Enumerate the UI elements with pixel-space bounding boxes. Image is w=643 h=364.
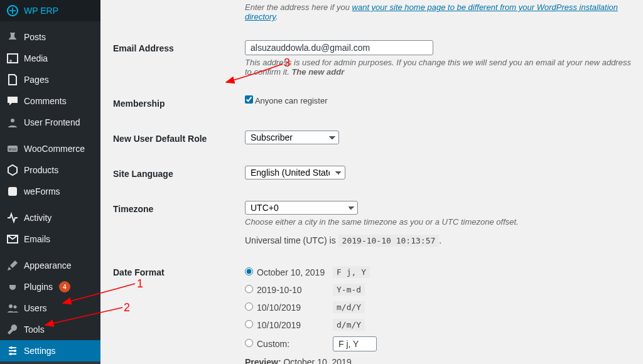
timezone-label: Timezone xyxy=(113,191,239,255)
date-format-code: F j, Y xyxy=(333,266,370,278)
weforms-icon xyxy=(6,185,19,198)
user-icon xyxy=(6,116,19,129)
sidebar-item-label: Pages xyxy=(24,75,49,85)
users-icon xyxy=(6,302,19,314)
timezone-description: Choose either a city in the same timezon… xyxy=(245,217,637,227)
sidebar-item-label: Comments xyxy=(24,96,67,106)
sidebar-item-wp-erp[interactable]: WP ERP xyxy=(0,0,100,21)
svg-point-10 xyxy=(9,353,12,355)
site-language-label: Site Language xyxy=(113,156,239,191)
annotation-2: 2 xyxy=(124,301,130,314)
email-icon xyxy=(6,233,19,245)
default-role-select[interactable]: Subscriber xyxy=(245,131,339,144)
sidebar-item-pages[interactable]: Pages xyxy=(0,69,100,90)
sidebar-item-appearance[interactable]: Appearance xyxy=(0,255,100,276)
site-language-select[interactable]: English (United States) xyxy=(245,166,345,179)
svg-point-7 xyxy=(14,306,17,309)
settings-icon xyxy=(6,345,19,357)
sidebar-item-users[interactable]: Users xyxy=(0,297,100,319)
annotation-1: 1 xyxy=(137,277,143,291)
sidebar-item-label: weForms xyxy=(24,186,60,196)
sidebar-sub-general[interactable]: General xyxy=(0,361,100,364)
date-format-custom-option[interactable]: Custom: xyxy=(245,339,327,349)
date-format-option[interactable]: 10/10/2019 xyxy=(245,320,327,330)
sidebar-item-woocommerce[interactable]: wooWooCommerce xyxy=(0,138,100,159)
date-format-radio[interactable] xyxy=(245,267,253,276)
sidebar-item-label: Products xyxy=(24,165,58,175)
sidebar-item-label: Activity xyxy=(24,213,51,223)
date-format-option[interactable]: October 10, 2019 xyxy=(245,267,327,277)
sidebar-item-weforms[interactable]: weForms xyxy=(0,181,100,202)
site-address-description: Enter the address here if you want your … xyxy=(245,3,637,21)
svg-text:woo: woo xyxy=(8,147,17,151)
sidebar-item-comments[interactable]: Comments xyxy=(0,90,100,112)
pin-icon xyxy=(6,31,19,43)
annotation-3: 3 xyxy=(284,56,290,70)
sidebar-item-products[interactable]: Products xyxy=(0,159,100,181)
date-format-custom-radio[interactable] xyxy=(245,339,253,347)
date-format-option[interactable]: 10/10/2019 xyxy=(245,302,327,313)
admin-sidebar: WP ERPPostsMediaPagesCommentsUser Fronte… xyxy=(0,0,100,364)
sidebar-item-label: Posts xyxy=(24,32,46,42)
utc-time-line: Universal time (UTC) is 2019-10-10 10:13… xyxy=(245,235,637,245)
sidebar-item-label: Users xyxy=(24,303,47,313)
svg-rect-5 xyxy=(8,187,17,196)
sidebar-item-tools[interactable]: Tools xyxy=(0,319,100,340)
sidebar-item-label: Plugins xyxy=(24,282,53,292)
woo-icon: woo xyxy=(6,142,19,155)
sidebar-item-label: WP ERP xyxy=(24,6,58,16)
sidebar-item-emails[interactable]: Emails xyxy=(0,228,100,250)
date-format-radio[interactable] xyxy=(245,285,253,293)
brush-icon xyxy=(6,259,19,272)
default-role-label: New User Default Role xyxy=(113,121,239,156)
svg-point-1 xyxy=(9,60,12,62)
products-icon xyxy=(6,164,19,176)
date-format-code: d/m/Y xyxy=(333,319,365,331)
media-icon xyxy=(6,52,19,65)
date-format-label: Date Format xyxy=(113,255,239,364)
membership-checkbox-label[interactable]: Anyone can register xyxy=(245,96,328,105)
date-format-option[interactable]: 2019-10-10 xyxy=(245,285,327,295)
svg-point-2 xyxy=(11,119,14,122)
date-format-radio[interactable] xyxy=(245,302,253,311)
email-address-label: Email Address xyxy=(113,31,239,86)
sidebar-item-label: Emails xyxy=(24,234,50,244)
settings-general-form: Enter the address here if you want your … xyxy=(100,0,643,364)
sidebar-item-label: Settings xyxy=(24,346,56,356)
admin-email-input[interactable] xyxy=(245,40,433,55)
svg-point-6 xyxy=(9,304,13,308)
date-format-preview: Preview: October 10, 2019 xyxy=(245,357,637,364)
svg-point-9 xyxy=(14,350,16,352)
plug-icon xyxy=(6,281,19,293)
svg-point-8 xyxy=(10,346,13,349)
sidebar-item-label: Tools xyxy=(24,324,45,335)
sidebar-item-plugins[interactable]: Plugins4 xyxy=(0,276,100,297)
sidebar-item-media[interactable]: Media xyxy=(0,48,100,69)
page-icon xyxy=(6,73,19,86)
update-badge: 4 xyxy=(59,281,70,292)
sidebar-item-settings[interactable]: Settings xyxy=(0,340,100,361)
sidebar-item-user-frontend[interactable]: User Frontend xyxy=(0,112,100,133)
date-format-radio[interactable] xyxy=(245,320,253,328)
date-format-code: Y-m-d xyxy=(333,284,365,296)
sidebar-item-label: Appearance xyxy=(24,260,72,270)
date-format-code: m/d/Y xyxy=(333,301,365,313)
sidebar-item-label: Media xyxy=(24,53,48,63)
sidebar-item-label: WooCommerce xyxy=(24,144,85,154)
timezone-select[interactable]: UTC+0 xyxy=(245,201,358,215)
admin-email-description: This address is used for admin purposes.… xyxy=(245,58,637,77)
membership-label: Membership xyxy=(113,86,239,121)
anyone-can-register-checkbox[interactable] xyxy=(245,95,253,104)
sidebar-item-label: User Frontend xyxy=(24,117,80,127)
tool-icon xyxy=(6,323,19,336)
wperp-icon xyxy=(6,4,19,17)
comment-icon xyxy=(6,95,19,107)
activity-icon xyxy=(6,211,19,224)
sidebar-item-activity[interactable]: Activity xyxy=(0,207,100,228)
date-format-custom-input[interactable] xyxy=(333,336,377,351)
sidebar-item-posts[interactable]: Posts xyxy=(0,26,100,48)
